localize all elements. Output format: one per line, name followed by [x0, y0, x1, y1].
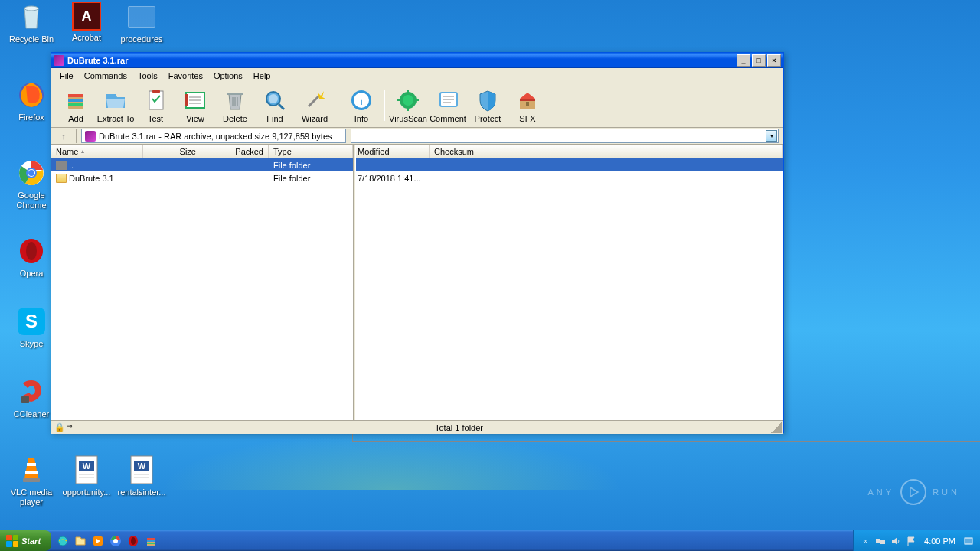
toolbar-delete[interactable]: Delete: [215, 85, 255, 126]
delete-icon: [223, 88, 247, 112]
toolbar-info[interactable]: iInfo: [341, 85, 381, 126]
windows-logo-icon: [6, 535, 18, 547]
svg-rect-64: [147, 538, 155, 540]
col-packed[interactable]: Packed: [201, 145, 269, 158]
col-type[interactable]: Type: [269, 145, 353, 158]
svg-line-39: [279, 104, 284, 109]
find-icon: [263, 88, 287, 112]
ql-chrome[interactable]: [107, 533, 124, 549]
toolbar-view[interactable]: View: [175, 85, 215, 126]
add-icon: [64, 88, 88, 112]
close-button[interactable]: ×: [767, 54, 781, 67]
status-total: Total 1 folder: [430, 423, 769, 432]
toolbar-comment[interactable]: Comment: [428, 85, 468, 126]
taskbar: Start « 4:00 PM: [0, 530, 980, 551]
guide-line: [352, 441, 980, 442]
desktop-icon-doc-rentals[interactable]: W rentalsinter...: [115, 455, 168, 497]
titlebar[interactable]: DuBrute 3.1.rar _ □ ×: [51, 53, 783, 68]
svg-text:i: i: [360, 97, 362, 106]
svg-rect-65: [147, 540, 155, 542]
file-row[interactable]: DuBrute 3.1 File folder 7/18/2018 1:41..…: [51, 171, 783, 184]
word-doc-icon: W: [126, 455, 157, 485]
toolbar-add[interactable]: Add: [56, 85, 96, 126]
vlc-icon: [16, 455, 47, 485]
column-headers: Name▴ Size Packed Type Modified Checksum: [51, 145, 783, 158]
status-icons: 🔒 ⊸: [51, 422, 85, 432]
svg-rect-56: [526, 102, 529, 106]
desktop-icon-doc-opportunity[interactable]: W opportunity...: [60, 455, 113, 497]
desktop-icon-procedures[interactable]: procedures: [115, 2, 168, 44]
menu-file[interactable]: File: [54, 70, 79, 82]
ql-opera[interactable]: [125, 533, 142, 549]
svg-point-60: [113, 539, 118, 543]
desktop-icon-recycle-bin[interactable]: Recycle Bin: [5, 2, 58, 44]
desktop-icon-vlc[interactable]: VLC media player: [5, 455, 58, 507]
wizard-icon: [302, 88, 327, 112]
path-combo[interactable]: ▾: [351, 129, 779, 143]
quick-launch: [51, 533, 162, 549]
svg-rect-24: [68, 99, 83, 102]
svg-point-7: [26, 242, 37, 260]
col-checksum[interactable]: Checksum: [430, 145, 475, 158]
virusscan-icon: [396, 88, 420, 112]
menu-commands[interactable]: Commands: [79, 70, 132, 82]
window-title: DuBrute 3.1.rar: [67, 56, 737, 65]
tray-volume-icon[interactable]: [890, 536, 901, 546]
ql-explorer[interactable]: [72, 533, 89, 549]
clock[interactable]: 4:00 PM: [921, 536, 959, 546]
col-size[interactable]: Size: [143, 145, 201, 158]
svg-point-5: [28, 170, 34, 176]
svg-point-62: [131, 537, 136, 545]
toolbar-protect[interactable]: Protect: [468, 85, 508, 126]
menu-options[interactable]: Options: [208, 70, 248, 82]
recycle-bin-icon: [16, 2, 47, 32]
svg-text:W: W: [83, 461, 91, 471]
menu-help[interactable]: Help: [248, 70, 276, 82]
watermark: ANY RUN: [868, 479, 960, 505]
toolbar-sfx[interactable]: SFX: [508, 85, 547, 126]
resize-grip[interactable]: [771, 422, 782, 433]
key-icon: ⊸: [67, 422, 73, 432]
ql-media[interactable]: [90, 533, 106, 549]
file-list: Name▴ Size Packed Type Modified Checksum…: [51, 145, 783, 420]
toolbar-test[interactable]: Test: [136, 85, 175, 126]
tray-network-icon[interactable]: [875, 536, 886, 546]
up-button[interactable]: ↑: [56, 129, 71, 143]
menu-favorites[interactable]: Favorites: [163, 70, 208, 82]
chevron-down-icon[interactable]: ▾: [766, 130, 777, 142]
tray-expand-icon[interactable]: «: [860, 536, 871, 546]
svg-rect-68: [880, 540, 885, 544]
toolbar-wizard[interactable]: Wizard: [295, 85, 335, 126]
col-modified[interactable]: Modified: [353, 145, 430, 158]
winrar-icon: [54, 55, 64, 66]
statusbar: 🔒 ⊸ Total 1 folder: [51, 420, 783, 434]
toolbar-virusscan[interactable]: VirusScan: [388, 85, 428, 126]
minimize-button[interactable]: _: [737, 54, 750, 67]
svg-point-45: [403, 95, 413, 106]
toolbar-find[interactable]: Find: [255, 85, 295, 126]
path-display[interactable]: DuBrute 3.1.rar - RAR archive, unpacked …: [81, 129, 346, 143]
file-row-parent[interactable]: .. File folder: [51, 158, 783, 171]
svg-rect-55: [520, 99, 535, 101]
ql-winrar[interactable]: [142, 533, 159, 549]
svg-rect-33: [227, 93, 243, 95]
maximize-button[interactable]: □: [752, 54, 766, 67]
menu-tools[interactable]: Tools: [132, 70, 163, 82]
view-icon: [183, 88, 207, 112]
pane-divider[interactable]: [353, 145, 356, 420]
tray-flag-icon[interactable]: [906, 536, 916, 546]
svg-text:W: W: [138, 461, 146, 471]
toolbar-extract-to[interactable]: Extract To: [96, 85, 136, 126]
svg-rect-11: [23, 478, 40, 482]
svg-point-0: [24, 6, 38, 11]
tray-show-desktop[interactable]: [963, 536, 974, 546]
sfx-icon: [515, 88, 540, 112]
svg-rect-25: [68, 103, 83, 106]
opera-icon: [16, 236, 47, 266]
svg-rect-27: [152, 90, 160, 93]
start-button[interactable]: Start: [0, 530, 51, 551]
ql-ie[interactable]: [54, 533, 71, 549]
col-name[interactable]: Name▴: [51, 145, 143, 158]
svg-rect-8: [21, 396, 29, 403]
desktop-icon-acrobat[interactable]: A Acrobat: [60, 2, 113, 43]
